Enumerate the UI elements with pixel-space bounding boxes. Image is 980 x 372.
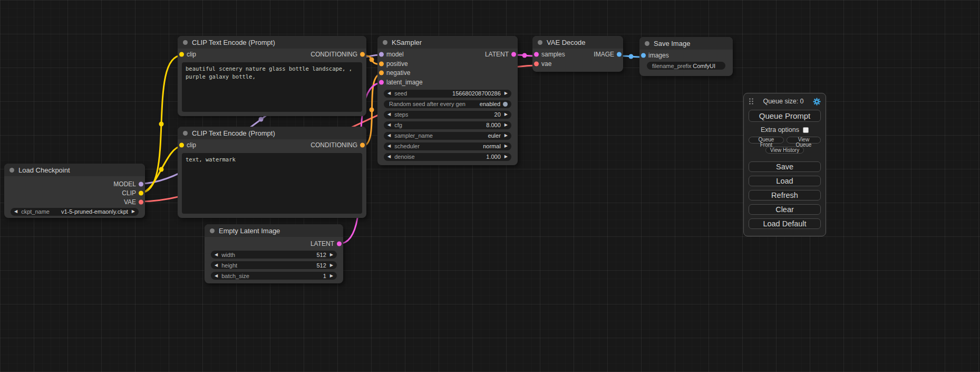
- node-vae-decode[interactable]: VAE Decode samples IMAGE vae: [532, 36, 623, 72]
- widget-value: 8.000: [486, 122, 501, 128]
- node-title: CLIP Text Encode (Prompt): [192, 39, 275, 46]
- samples-input-dot[interactable]: [534, 52, 539, 57]
- widget-width[interactable]: ◀ width 512 ▶: [211, 251, 337, 259]
- widget-value: enabled: [480, 101, 500, 107]
- widget-scheduler[interactable]: ◀ scheduler normal ▶: [384, 142, 511, 150]
- decrement-arrow-icon[interactable]: ◀: [215, 274, 218, 278]
- node-title-bar[interactable]: Empty Latent Image: [205, 224, 343, 237]
- load-button[interactable]: Load: [749, 176, 821, 186]
- vae-input-dot[interactable]: [534, 61, 539, 66]
- prev-value-arrow-icon[interactable]: ◀: [387, 144, 391, 148]
- node-ksampler[interactable]: KSampler model LATENT positive negative …: [377, 36, 518, 165]
- conditioning-output-dot[interactable]: [360, 143, 365, 148]
- graph-canvas[interactable]: Load Checkpoint MODEL CLIP VAE ◀ ckpt_na…: [0, 0, 980, 372]
- refresh-button[interactable]: Refresh: [749, 190, 821, 201]
- model-input-dot[interactable]: [379, 52, 384, 57]
- widget-height[interactable]: ◀ height 512 ▶: [211, 261, 337, 269]
- toggle-dot-icon[interactable]: [503, 102, 508, 107]
- save-button[interactable]: Save: [749, 161, 821, 172]
- drag-handle-icon[interactable]: [749, 98, 754, 105]
- increment-arrow-icon[interactable]: ▶: [330, 274, 333, 278]
- next-value-arrow-icon[interactable]: ▶: [504, 144, 508, 148]
- negative-prompt-textarea[interactable]: text, watermark: [182, 153, 362, 214]
- node-title-bar[interactable]: CLIP Text Encode (Prompt): [178, 127, 366, 139]
- latent-output-dot[interactable]: [337, 241, 342, 246]
- decrement-arrow-icon[interactable]: ◀: [387, 155, 391, 159]
- node-title-bar[interactable]: KSampler: [377, 36, 518, 49]
- widget-random-seed-mode[interactable]: Random seed after every gen enabled: [384, 100, 511, 108]
- node-title-bar[interactable]: Load Checkpoint: [4, 164, 145, 176]
- images-input-dot[interactable]: [641, 53, 646, 58]
- node-title-bar[interactable]: CLIP Text Encode (Prompt): [178, 36, 366, 49]
- widget-ckpt-name[interactable]: ◀ ckpt_name v1-5-pruned-emaonly.ckpt ▶: [11, 208, 139, 216]
- widget-value: ComfyUI: [693, 63, 715, 69]
- node-title-bar[interactable]: VAE Decode: [532, 36, 623, 49]
- positive-prompt-textarea[interactable]: beautiful scenery nature glass bottle la…: [182, 62, 362, 112]
- latent-image-input-dot[interactable]: [379, 80, 384, 84]
- collapse-dot-icon[interactable]: [538, 40, 542, 45]
- settings-gear-icon[interactable]: [813, 98, 821, 106]
- negative-input-dot[interactable]: [379, 71, 384, 75]
- prev-value-arrow-icon[interactable]: ◀: [387, 133, 391, 138]
- vae-output-dot[interactable]: [139, 200, 143, 205]
- increment-arrow-icon[interactable]: ▶: [330, 263, 333, 268]
- collapse-dot-icon[interactable]: [383, 40, 387, 45]
- clip-input-dot[interactable]: [179, 52, 184, 57]
- increment-arrow-icon[interactable]: ▶: [330, 253, 333, 257]
- conditioning-output-dot[interactable]: [360, 52, 365, 57]
- extra-options-checkbox[interactable]: [803, 127, 809, 133]
- decrement-arrow-icon[interactable]: ◀: [387, 123, 391, 127]
- decrement-arrow-icon[interactable]: ◀: [215, 253, 218, 257]
- widget-cfg[interactable]: ◀ cfg 8.000 ▶: [384, 121, 511, 129]
- output-label-conditioning: CONDITIONING: [311, 141, 366, 149]
- increment-arrow-icon[interactable]: ▶: [504, 123, 508, 127]
- node-title-bar[interactable]: Save Image: [639, 37, 733, 50]
- decrement-arrow-icon[interactable]: ◀: [387, 91, 391, 96]
- increment-arrow-icon[interactable]: ▶: [504, 155, 508, 159]
- widget-seed[interactable]: ◀ seed 156680208700286 ▶: [384, 90, 511, 98]
- increment-arrow-icon[interactable]: ▶: [504, 91, 508, 96]
- positive-input-dot[interactable]: [379, 61, 384, 66]
- queue-front-button[interactable]: Queue Front: [749, 137, 784, 144]
- link-midpoint-dot: [629, 54, 634, 59]
- node-load-checkpoint[interactable]: Load Checkpoint MODEL CLIP VAE ◀ ckpt_na…: [4, 164, 145, 218]
- widget-filename-prefix[interactable]: filename_prefix ComfyUI: [647, 62, 725, 70]
- collapse-dot-icon[interactable]: [645, 41, 649, 46]
- next-value-arrow-icon[interactable]: ▶: [132, 209, 135, 214]
- collapse-dot-icon[interactable]: [183, 40, 188, 45]
- widget-value: 20: [494, 111, 501, 118]
- load-default-button[interactable]: Load Default: [749, 218, 821, 229]
- node-title: CLIP Text Encode (Prompt): [192, 129, 275, 137]
- node-clip-text-encode-negative[interactable]: CLIP Text Encode (Prompt) clip CONDITION…: [178, 127, 366, 218]
- widget-sampler-name[interactable]: ◀ sampler_name euler ▶: [384, 132, 511, 140]
- clip-output-dot[interactable]: [139, 191, 143, 196]
- view-queue-button[interactable]: View Queue: [787, 137, 821, 144]
- latent-output-dot[interactable]: [511, 52, 516, 57]
- model-output-dot[interactable]: [139, 182, 143, 186]
- decrement-arrow-icon[interactable]: ◀: [387, 112, 391, 117]
- increment-arrow-icon[interactable]: ▶: [504, 112, 508, 117]
- link-midpoint-dot: [159, 122, 164, 127]
- collapse-dot-icon[interactable]: [9, 168, 14, 173]
- node-clip-text-encode-positive[interactable]: CLIP Text Encode (Prompt) clip CONDITION…: [178, 36, 366, 116]
- view-history-button[interactable]: View History: [765, 147, 804, 154]
- widget-batch-size[interactable]: ◀ batch_size 1 ▶: [211, 272, 337, 280]
- clip-input-dot[interactable]: [179, 143, 184, 148]
- collapse-dot-icon[interactable]: [183, 131, 188, 136]
- node-save-image[interactable]: Save Image images filename_prefix ComfyU…: [639, 37, 733, 76]
- image-output-dot[interactable]: [617, 52, 622, 57]
- widget-denoise[interactable]: ◀ denoise 1.000 ▶: [384, 153, 511, 161]
- widget-steps[interactable]: ◀ steps 20 ▶: [384, 111, 511, 119]
- prev-value-arrow-icon[interactable]: ◀: [14, 209, 17, 214]
- node-title: Load Checkpoint: [18, 166, 70, 174]
- queue-prompt-button[interactable]: Queue Prompt: [749, 110, 821, 122]
- next-value-arrow-icon[interactable]: ▶: [504, 133, 508, 138]
- node-empty-latent-image[interactable]: Empty Latent Image LATENT ◀ width 512 ▶ …: [205, 224, 343, 283]
- output-label-conditioning: CONDITIONING: [311, 51, 366, 58]
- collapse-dot-icon[interactable]: [210, 228, 215, 233]
- decrement-arrow-icon[interactable]: ◀: [215, 263, 218, 268]
- widget-label: filename_prefix: [652, 63, 692, 69]
- clear-button[interactable]: Clear: [749, 204, 821, 215]
- widget-label: steps: [394, 111, 408, 118]
- widget-value: 1: [323, 273, 326, 279]
